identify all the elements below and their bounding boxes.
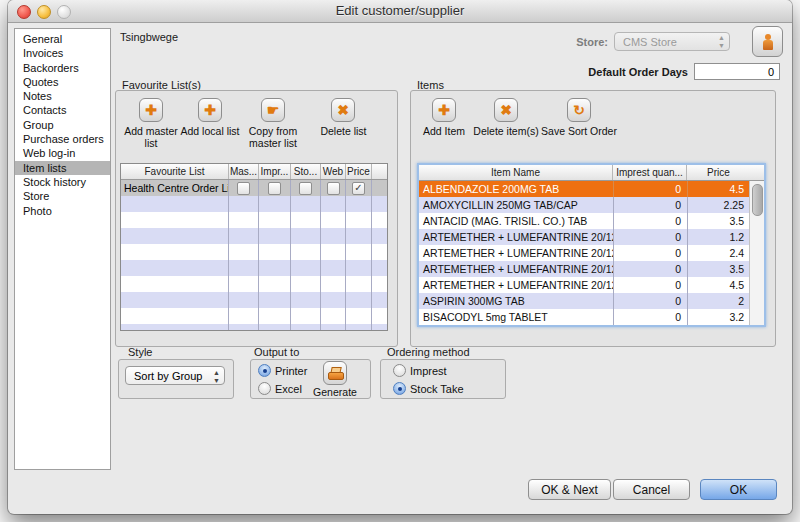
stock-take-radio[interactable] <box>393 382 406 395</box>
item-imprest-quantity: 0 <box>613 325 687 327</box>
printer-radio[interactable] <box>258 364 271 377</box>
item-row[interactable]: CHLOROQUINE TABS 150MG BASE0 <box>419 325 764 327</box>
scrollbar-thumb[interactable] <box>752 184 763 216</box>
favourite-list-name: Health Centre Order List- <box>121 180 229 196</box>
delete-icon: ✖ <box>500 102 512 118</box>
delete-items-button[interactable]: ✖ <box>494 98 518 122</box>
item-row[interactable]: ARTEMETHER + LUMEFANTRINE 20/120MG 202.4 <box>419 245 764 261</box>
ok-and-next-button[interactable]: OK & Next <box>528 479 611 500</box>
sidebar-item-purchase-orders[interactable]: Purchase orders <box>15 132 110 146</box>
copy-from-master-list-button[interactable]: ☛ <box>261 98 285 122</box>
column-header-imprest-quantity[interactable]: Imprest quan... <box>613 165 687 180</box>
item-row[interactable]: AMOXYCILLIN 250MG TAB/CAP02.25 <box>419 197 764 213</box>
sidebar-item-general[interactable]: General <box>15 32 110 46</box>
column-header-web[interactable]: Web <box>321 164 346 179</box>
items-table-header[interactable]: Item Name Imprest quan... Price <box>419 165 764 181</box>
sidebar-item-store[interactable]: Store <box>15 189 110 203</box>
column-header-sto[interactable]: Sto... <box>291 164 321 179</box>
chevron-up-down-icon: ▲▼ <box>718 34 725 50</box>
favourite-list-row[interactable] <box>121 324 387 331</box>
store-label: Store: <box>565 36 608 48</box>
item-price: 3.2 <box>687 309 750 325</box>
item-row[interactable]: BISACODYL 5mg TABLET03.2 <box>419 309 764 325</box>
sidebar-item-item-lists[interactable]: Item lists <box>15 161 110 175</box>
sidebar-item-backorders[interactable]: Backorders <box>15 61 110 75</box>
imprest-radio[interactable] <box>393 364 406 377</box>
item-imprest-quantity: 0 <box>613 197 687 213</box>
generate-label: Generate <box>309 387 361 399</box>
generate-button[interactable] <box>323 361 347 385</box>
add-master-list-label: Add master list <box>121 126 181 149</box>
add-local-list-button[interactable]: ✚ <box>198 98 222 122</box>
item-name: ANTACID (MAG. TRISIL. CO.) TAB <box>419 213 613 229</box>
edit-customer-supplier-window: Edit customer/supplier GeneralInvoicesBa… <box>8 0 792 514</box>
style-dropdown-value: Sort by Group <box>134 370 202 382</box>
default-order-days-input[interactable]: 0 <box>694 63 780 80</box>
unchecked-checkbox[interactable] <box>237 182 250 195</box>
item-row[interactable]: ANTACID (MAG. TRISIL. CO.) TAB03.5 <box>419 213 764 229</box>
cancel-button[interactable]: Cancel <box>613 479 690 500</box>
save-sort-order-button[interactable]: ↻ <box>567 98 591 122</box>
unchecked-checkbox[interactable] <box>299 182 312 195</box>
sidebar-item-notes[interactable]: Notes <box>15 89 110 103</box>
unchecked-checkbox[interactable] <box>268 182 281 195</box>
item-imprest-quantity: 0 <box>613 261 687 277</box>
sidebar-item-quotes[interactable]: Quotes <box>15 75 110 89</box>
item-name: BISACODYL 5mg TABLET <box>419 309 613 325</box>
column-header-impr[interactable]: Impr... <box>259 164 291 179</box>
item-row[interactable]: ALBENDAZOLE 200MG TAB04.5 <box>419 181 764 197</box>
add-master-list-button[interactable]: ✚ <box>139 98 163 122</box>
sidebar-item-contacts[interactable]: Contacts <box>15 103 110 117</box>
sidebar-item-invoices[interactable]: Invoices <box>15 46 110 60</box>
customer-info-button[interactable] <box>752 26 783 57</box>
column-header-price[interactable]: Price <box>346 164 372 179</box>
favourite-list-row[interactable] <box>121 196 387 212</box>
favourite-list-row[interactable]: Health Centre Order List-✓ <box>121 180 387 196</box>
item-price: 4.5 <box>687 277 750 293</box>
column-header-price[interactable]: Price <box>687 165 750 180</box>
column-header-mas[interactable]: Mas... <box>229 164 259 179</box>
favourite-lists-table[interactable]: Favourite List Mas... Impr... Sto... Web… <box>120 163 388 331</box>
item-row[interactable]: ARTEMETHER + LUMEFANTRINE 20/120MG 101.2 <box>419 229 764 245</box>
title-bar[interactable]: Edit customer/supplier <box>8 0 792 23</box>
sidebar-item-photo[interactable]: Photo <box>15 204 110 218</box>
items-table-body: ALBENDAZOLE 200MG TAB04.5AMOXYCILLIN 250… <box>419 181 764 327</box>
item-row[interactable]: ARTEMETHER + LUMEFANTRINE 20/120MG 404.5 <box>419 277 764 293</box>
items-table[interactable]: Item Name Imprest quan... Price ALBENDAZ… <box>417 163 766 327</box>
items-table-scrollbar[interactable] <box>749 181 764 325</box>
favourite-list-row[interactable] <box>121 292 387 308</box>
favourite-list-row[interactable] <box>121 276 387 292</box>
checked-checkbox[interactable]: ✓ <box>352 182 365 195</box>
item-price: 1.2 <box>687 229 750 245</box>
item-price: 3.5 <box>687 261 750 277</box>
favourite-lists-table-body: Health Centre Order List-✓ <box>121 180 387 331</box>
store-dropdown[interactable]: CMS Store ▲▼ <box>614 32 730 51</box>
add-item-button[interactable]: ✚ <box>432 98 456 122</box>
favourite-list-row[interactable] <box>121 244 387 260</box>
excel-radio-label: Excel <box>275 383 302 395</box>
favourite-list-row[interactable] <box>121 212 387 228</box>
item-name: ASPIRIN 300MG TAB <box>419 293 613 309</box>
item-imprest-quantity: 0 <box>613 181 687 197</box>
delete-list-button[interactable]: ✖ <box>331 98 355 122</box>
excel-radio[interactable] <box>258 382 271 395</box>
column-header-favourite-list[interactable]: Favourite List <box>121 164 229 179</box>
copy-from-master-list-label: Copy from master list <box>238 126 308 149</box>
unchecked-checkbox[interactable] <box>327 182 340 195</box>
favourite-list-row[interactable] <box>121 308 387 324</box>
imprest-radio-label: Imprest <box>410 365 447 377</box>
favourite-list-row[interactable] <box>121 228 387 244</box>
plus-icon: ✚ <box>145 102 157 118</box>
sidebar-item-stock-history[interactable]: Stock history <box>15 175 110 189</box>
item-row[interactable]: ASPIRIN 300MG TAB02 <box>419 293 764 309</box>
style-dropdown[interactable]: Sort by Group ▲▼ <box>125 366 225 385</box>
sidebar-item-web-log-in[interactable]: Web log-in <box>15 146 110 160</box>
item-row[interactable]: ARTEMETHER + LUMEFANTRINE 20/120MG 303.5 <box>419 261 764 277</box>
column-header-item-name[interactable]: Item Name <box>419 165 613 180</box>
chevron-up-down-icon: ▲▼ <box>213 369 220 385</box>
favourite-list-row[interactable] <box>121 260 387 276</box>
ok-button[interactable]: OK <box>700 479 777 500</box>
sidebar-item-group[interactable]: Group <box>15 118 110 132</box>
favourite-lists-table-header[interactable]: Favourite List Mas... Impr... Sto... Web… <box>121 164 387 180</box>
window-title: Edit customer/supplier <box>8 3 792 18</box>
